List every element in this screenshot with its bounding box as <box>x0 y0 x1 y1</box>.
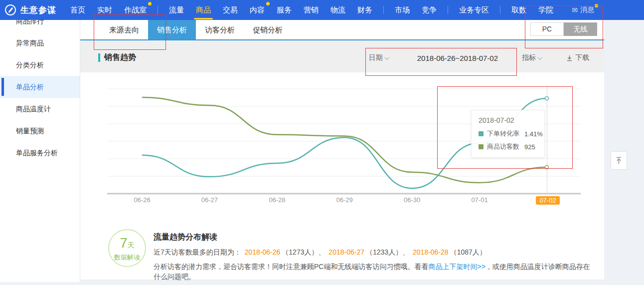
device-toggle: PC无线 <box>530 22 597 36</box>
legend-square-icon <box>479 144 483 149</box>
nav-menu: 首页实时作战室流量商品交易内容服务营销物流财务市场竞争业务专区取数学院 <box>64 0 559 20</box>
sidebar-item-4[interactable]: 商品温度计 <box>0 98 80 120</box>
nav-divider <box>448 6 448 14</box>
insight-line-2: 分析访客的潜力需求，迎合访客需求！同时注意兼顾PC端和无线端访客访问习惯哦。看看… <box>154 262 592 282</box>
sidebar-item-2[interactable]: 分类分析 <box>0 54 80 76</box>
nav-item-5[interactable]: 商品 <box>190 0 217 20</box>
nav-item-messages[interactable]: ✉ 消息 <box>572 0 594 20</box>
sidebar-item-0[interactable]: 商品排行 <box>0 20 80 32</box>
nav-item-10[interactable]: 物流 <box>324 0 351 20</box>
device-toggle-option-1[interactable]: 无线 <box>564 22 597 36</box>
x-tick-07-01[interactable]: 07-01 <box>460 196 499 204</box>
brand[interactable]: 生意参谋 <box>5 4 56 16</box>
x-axis-labels: 06-2606-2706-2806-2906-3007-0107-02 <box>80 195 604 207</box>
insight-link[interactable]: 商品上下架时间>> <box>428 263 485 271</box>
nav-item-1[interactable]: 实时 <box>91 0 118 20</box>
metric-dropdown[interactable]: 指标 <box>522 53 542 62</box>
tab-3[interactable]: 促销分析 <box>244 20 292 39</box>
sidebar-item-5[interactable]: 销量预测 <box>0 120 80 142</box>
seven-day-badge: 7天 数据解读 <box>108 229 146 267</box>
device-toggle-option-0[interactable]: PC <box>530 22 564 36</box>
insight-title: 流量趋势分布解读 <box>154 232 592 243</box>
sidebar-item-3[interactable]: 单品分析 <box>0 76 80 98</box>
nav-item-7[interactable]: 内容 <box>244 0 271 20</box>
download-button[interactable]: 下载 <box>566 53 589 62</box>
insight-text: （1273人）、 <box>282 248 327 256</box>
insight-text: （1087人） <box>450 248 486 256</box>
brand-name: 生意参谋 <box>20 4 56 16</box>
tab-0[interactable]: 来源去向 <box>100 20 148 39</box>
insight-date: 2018-06-27 <box>328 248 364 256</box>
notification-dot <box>595 4 598 7</box>
chart-controls: 日期 2018-06-26~2018-07-02 指标 下载 <box>369 53 589 62</box>
x-tick-06-29[interactable]: 06-29 <box>324 196 364 204</box>
tooltip-row-label: 商品访客数 <box>487 142 519 151</box>
badge-days: 7天 <box>109 236 145 252</box>
title-accent-bar <box>98 53 100 62</box>
tab-1[interactable]: 销售分析 <box>148 20 196 39</box>
x-tick-06-27[interactable]: 06-27 <box>189 196 229 204</box>
insight-text: 分析访客的潜力需求，迎合访客需求！同时注意兼顾PC端和无线端访客访问习惯哦。看看 <box>154 263 428 271</box>
insight-text: 近7天访客数最多的日期为： <box>154 248 243 256</box>
notification-dot <box>148 2 152 5</box>
nav-item-2[interactable]: 作战室 <box>118 0 153 20</box>
chart-tooltip: 2018-07-02 下单转化率1.41%商品访客数925 <box>471 110 545 158</box>
tab-2[interactable]: 访客分析 <box>196 20 244 39</box>
tooltip-date: 2018-07-02 <box>479 116 537 124</box>
insight-date: 2018-06-28 <box>413 248 449 256</box>
series-endpoint-1 <box>545 166 549 169</box>
download-icon <box>566 55 573 61</box>
nav-item-0[interactable]: 首页 <box>64 0 91 20</box>
sycm-logo-icon <box>5 4 16 15</box>
nav-divider <box>158 6 158 14</box>
nav-item-6[interactable]: 交易 <box>217 0 244 20</box>
tooltip-row-value: 925 <box>524 143 535 151</box>
date-range-value[interactable]: 2018-06-26~2018-07-02 <box>417 54 498 62</box>
nav-item-13[interactable]: 市场 <box>389 0 416 20</box>
back-to-top-button[interactable] <box>611 151 627 170</box>
sales-trend-card: 06-2606-2706-2806-2906-3007-0107-02 2018… <box>80 72 604 280</box>
chart-header-band: 销售趋势 日期 2018-06-26~2018-07-02 指标 下载 <box>80 40 604 72</box>
nav-item-4[interactable]: 流量 <box>163 0 190 20</box>
trend-chart[interactable]: 06-2606-2706-2806-2906-3007-0107-02 2018… <box>80 72 604 215</box>
tooltip-row-value: 1.41% <box>524 130 543 138</box>
insight-date: 2018-06-26 <box>245 248 281 256</box>
tooltip-row-label: 下单转化率 <box>487 129 519 138</box>
insight-line-1: 近7天访客数最多的日期为： 2018-06-26（1273人）、 2018-06… <box>154 247 592 257</box>
tab-bar: 来源去向销售分析访客分析促销分析 PC无线 <box>80 20 604 40</box>
date-dropdown[interactable]: 日期 <box>369 53 389 62</box>
x-tick-07-02[interactable]: 07-02 <box>536 196 559 205</box>
legend-square-icon <box>479 131 483 136</box>
nav-message-label: 消息 <box>580 5 594 14</box>
nav-item-16[interactable]: 业务专区 <box>453 0 495 20</box>
insight-text: （1233人）、 <box>366 248 411 256</box>
panel-title: 销售趋势 <box>98 52 136 63</box>
nav-item-18[interactable]: 取数 <box>505 0 532 20</box>
sidebar-item-1[interactable]: 异常商品 <box>0 32 80 54</box>
arrow-to-top-icon <box>615 157 623 165</box>
envelope-icon: ✉ <box>572 6 578 14</box>
x-tick-06-30[interactable]: 06-30 <box>392 196 432 204</box>
nav-divider <box>500 6 500 14</box>
nav-item-9[interactable]: 营销 <box>298 0 324 20</box>
nav-item-19[interactable]: 学院 <box>532 0 559 20</box>
x-tick-06-28[interactable]: 06-28 <box>257 196 297 204</box>
chevron-down-icon <box>537 55 542 60</box>
nav-item-11[interactable]: 财务 <box>351 0 378 20</box>
chevron-down-icon <box>384 55 389 60</box>
nav-divider <box>383 6 384 14</box>
sidebar-item-6[interactable]: 单品服务分析 <box>0 142 80 164</box>
sidebar: 商品排行异常商品分类分析单品分析商品温度计销量预测单品服务分析 <box>0 20 80 282</box>
x-tick-06-26[interactable]: 06-26 <box>122 196 162 204</box>
nav-item-8[interactable]: 服务 <box>271 0 298 20</box>
tooltip-row-1: 商品访客数925 <box>479 142 537 151</box>
notification-dot <box>266 2 270 5</box>
series-endpoint-0 <box>545 96 549 100</box>
tooltip-row-0: 下单转化率1.41% <box>479 129 537 138</box>
badge-caption: 数据解读 <box>109 253 145 262</box>
top-nav: 生意参谋 首页实时作战室流量商品交易内容服务营销物流财务市场竞争业务专区取数学院… <box>0 0 644 20</box>
nav-item-14[interactable]: 竞争 <box>416 0 443 20</box>
